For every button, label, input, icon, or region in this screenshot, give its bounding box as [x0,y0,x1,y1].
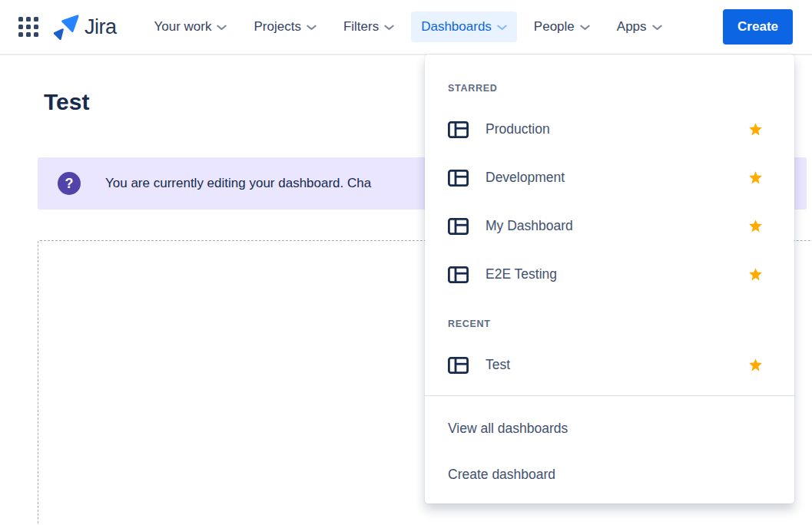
dropdown-footer: View all dashboards Create dashboard [425,395,794,504]
jira-logo[interactable]: Jira [54,15,117,40]
chevron-down-icon [384,25,394,31]
nav-item-dashboards[interactable]: Dashboards [411,12,517,42]
dropdown-body: STARRED Production Development [425,54,794,395]
chevron-down-icon [652,25,662,31]
edit-banner-text: You are currently editing your dashboard… [105,176,371,191]
view-all-dashboards-link[interactable]: View all dashboards [425,405,794,451]
nav-item-projects[interactable]: Projects [244,12,326,42]
menu-item-my-dashboard[interactable]: My Dashboard [425,202,794,250]
menu-item-label: Development [486,170,747,186]
chevron-down-icon [307,25,317,31]
menu-item-label: My Dashboard [486,218,747,234]
nav-item-filters[interactable]: Filters [333,12,404,42]
menu-item-e2e-testing[interactable]: E2E Testing [425,250,794,299]
menu-item-production[interactable]: Production [425,105,794,154]
chevron-down-icon [497,25,507,31]
nav-item-people[interactable]: People [524,12,600,42]
recent-section-header: RECENT [448,318,794,330]
chevron-down-icon [217,25,227,31]
star-icon[interactable] [747,121,764,137]
question-icon: ? [58,172,81,195]
nav-item-label: People [534,19,575,35]
menu-item-test[interactable]: Test [425,341,794,389]
jira-logo-text: Jira [85,15,117,39]
dashboard-icon [448,121,469,138]
menu-item-development[interactable]: Development [425,154,794,202]
nav-item-label: Your work [154,19,212,35]
page-title: Test [44,88,89,117]
starred-items: Production Development My Dashboard [425,105,794,299]
dashboard-icon [448,266,469,283]
chevron-down-icon [580,25,590,31]
jira-logo-icon [54,15,79,40]
dashboard-icon [448,170,469,187]
nav-item-label: Dashboards [421,19,492,35]
starred-section-header: STARRED [448,82,794,94]
primary-nav: Your work Projects Filters Dashboards Pe… [144,12,672,42]
menu-item-label: Production [486,121,747,137]
nav-item-label: Projects [254,19,300,35]
dashboards-dropdown-menu: STARRED Production Development [425,54,794,504]
star-icon[interactable] [747,170,764,186]
app-switcher-button[interactable] [15,14,41,40]
top-navigation-bar: Jira Your work Projects Filters Dashboar… [0,0,812,55]
star-icon[interactable] [747,357,764,373]
app-grid-icon [18,17,38,37]
create-dashboard-link[interactable]: Create dashboard [425,451,794,497]
question-glyph: ? [65,176,74,192]
star-icon[interactable] [747,218,764,234]
menu-item-label: Test [486,357,747,373]
nav-item-label: Apps [617,19,647,35]
star-icon[interactable] [747,266,764,282]
menu-item-label: E2E Testing [486,266,747,282]
recent-items: Test [425,341,794,389]
dashboard-icon [448,218,469,235]
nav-item-apps[interactable]: Apps [607,12,672,42]
dashboard-icon [448,357,469,374]
nav-item-your-work[interactable]: Your work [144,12,237,42]
nav-item-label: Filters [343,19,379,35]
create-button[interactable]: Create [723,9,793,45]
